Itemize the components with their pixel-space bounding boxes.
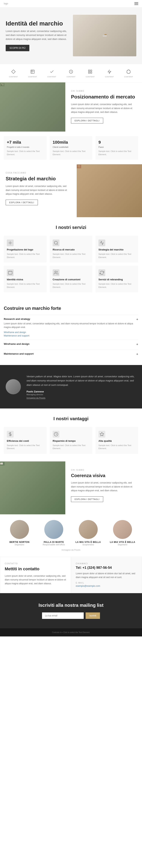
hamburger-button[interactable] xyxy=(135,2,138,5)
accordion-link-0-0[interactable]: Wireframe and design xyxy=(4,331,134,334)
svg-point-23 xyxy=(79,165,80,166)
svg-marker-36 xyxy=(100,432,104,436)
contact-email: esempio@esempio.com xyxy=(76,585,137,587)
testimonial-link[interactable]: Immagine da Pexels xyxy=(27,397,136,399)
community-icon xyxy=(53,269,59,276)
service-desc-5: Sample text. Click to select the Text El… xyxy=(98,282,135,289)
icon-item-1[interactable]: CONTENT xyxy=(28,69,37,78)
contact-title: Mettiti in contatto xyxy=(5,566,66,571)
newsletter-form: Iscriviti xyxy=(6,613,136,619)
team-role-1: Responsabile dell'ufficio xyxy=(43,544,65,546)
service-card-5: Servizi di rebranding Sample text. Click… xyxy=(95,266,138,292)
hero-cta-button[interactable]: SCOPRI DI PIÙ xyxy=(6,45,29,51)
svg-marker-8 xyxy=(11,70,15,73)
service-desc-3: Sample text. Click to select the Text El… xyxy=(7,282,44,289)
accordion-item-1[interactable]: Wireframe and design + xyxy=(4,340,138,349)
icon-item-4[interactable]: CONTENT xyxy=(86,69,95,78)
accordion-toggle-0[interactable]: + xyxy=(136,317,138,321)
coherence-image-placeholder xyxy=(0,461,4,466)
team-name-2: LA MIA VITA È BELLA xyxy=(76,541,101,544)
service-title-2: Strategia del marchio xyxy=(98,248,135,251)
svg-point-18 xyxy=(1,84,2,85)
svg-rect-13 xyxy=(88,70,90,71)
icon-label-4: CONTENT xyxy=(86,76,95,78)
hero-content: Identità del marchio Lorem ipsum dolor s… xyxy=(6,20,69,52)
accordion-item-0[interactable]: Research and strategy Lorem ipsum dolor … xyxy=(4,315,138,340)
benefit-title-0: Efficienza dei costi xyxy=(7,439,44,442)
accordion-content-0: Research and strategy Lorem ipsum dolor … xyxy=(4,317,134,337)
accordion-title-1: Wireframe and design xyxy=(4,342,134,345)
who-we-are-cta[interactable]: ESPLORA I DETTAGLI xyxy=(71,118,103,123)
benefit-desc-2: Sample text. Click to select the Text El… xyxy=(98,444,135,450)
contact-description: Lorem ipsum dolor sit amet, consectetur … xyxy=(5,574,66,586)
icon-item-2[interactable]: CONTENT xyxy=(47,69,56,78)
contact-email-tag: E-MAIL xyxy=(76,582,137,584)
service-card-1: Ricerca di mercato Sample text. Click to… xyxy=(50,236,92,262)
who-we-are-title: Posizionamento di mercato xyxy=(71,94,136,100)
svg-rect-14 xyxy=(90,70,92,71)
who-we-are-section: CHI SIAMO Posizionamento di mercato Lore… xyxy=(0,83,142,131)
grid-icon xyxy=(87,69,93,75)
what-we-do-cta[interactable]: ESPLORA I DETTAGLI xyxy=(6,199,38,205)
what-we-do-content: COSA FACCIAMO Strategia del marchio Lore… xyxy=(0,164,77,217)
build-brand-title: Costruire un marchio forte xyxy=(4,306,138,311)
team-role-0: Segretario xyxy=(15,544,24,546)
svg-rect-5 xyxy=(106,35,106,36)
svg-point-28 xyxy=(54,241,57,244)
newsletter-section: Iscriviti alla nostra mailing list Iscri… xyxy=(0,593,142,628)
icon-label-1: CONTENT xyxy=(28,76,37,78)
accordion-content-1: Wireframe and design xyxy=(4,342,134,347)
diamond-icon xyxy=(10,69,17,75)
accordion-toggle-1[interactable]: + xyxy=(136,342,138,346)
service-title-5: Servizi di rebranding xyxy=(98,278,135,281)
stat-desc-0: Sample text. Click to select the Text El… xyxy=(7,150,44,156)
coherence-image xyxy=(0,461,65,514)
contact-phone-tag: CHIAMACI xyxy=(76,562,137,565)
design-icon xyxy=(7,240,13,246)
services-title: I nostri servizi xyxy=(4,225,138,230)
icon-item-3[interactable]: CONTENT xyxy=(66,69,75,78)
icon-item-5[interactable]: CONTENT xyxy=(105,69,114,78)
testimonial-content: Veniam paltum sit amat. Magna dolor iure… xyxy=(27,374,136,399)
build-brand-section: Costruire un marchio forte Research and … xyxy=(0,300,142,365)
benefit-desc-1: Sample text. Click to select the Text El… xyxy=(53,444,89,450)
team-caption: Immagine da Pexels xyxy=(4,549,138,551)
coherence-cta[interactable]: ESPLORA I DETTAGLI xyxy=(71,496,103,502)
stat-label-2: Paesi xyxy=(98,146,135,148)
stat-label-1: Clienti soddisfatti xyxy=(53,146,89,148)
testimonial-section: Veniam paltum sit amat. Magna dolor iure… xyxy=(0,365,142,408)
team-member-2: LA MIA VITA È BELLA Scoprendosi xyxy=(73,520,104,546)
accordion-item-2[interactable]: Maintenance and support + xyxy=(4,349,138,359)
svg-rect-39 xyxy=(0,463,3,464)
newsletter-submit-button[interactable]: Iscriviti xyxy=(86,613,100,619)
accordion-title-2: Maintenance and support xyxy=(4,352,134,355)
who-we-are-image xyxy=(0,83,65,131)
svg-rect-24 xyxy=(79,166,80,168)
rebranding-icon xyxy=(98,269,105,276)
contact-left: CONTATTO Mettiti in contatto Lorem ipsum… xyxy=(0,557,71,593)
svg-rect-21 xyxy=(2,85,3,86)
svg-rect-30 xyxy=(8,271,12,274)
service-desc-0: Sample text. Click to select the Text El… xyxy=(7,252,44,259)
benefits-section: I nostri vantaggi Efficienza dei costi S… xyxy=(0,408,142,461)
what-we-do-section: COSA FACCIAMO Strategia del marchio Lore… xyxy=(0,164,142,217)
accordion-link-0-1[interactable]: Maintenance and support xyxy=(4,334,134,337)
team-name-3: LA MIA VITA È BELLA xyxy=(110,541,135,544)
header: logo xyxy=(0,0,142,7)
newsletter-email-input[interactable] xyxy=(42,613,84,619)
svg-rect-0 xyxy=(103,35,107,37)
benefit-title-1: Risparmio di tempo xyxy=(53,439,89,442)
accordion-toggle-2[interactable]: + xyxy=(136,352,138,356)
strategy-icon xyxy=(98,240,105,246)
lightning-icon xyxy=(106,69,112,75)
icon-item-6[interactable]: CONTENT xyxy=(124,69,133,78)
hero-description: Lorem ipsum dolor sit amet, consectetur … xyxy=(6,29,69,41)
coherence-tag: CHI SIAMO xyxy=(71,469,136,471)
stat-number-2: 9 xyxy=(98,140,135,145)
icon-item-0[interactable]: CONTENT xyxy=(9,69,18,78)
benefit-desc-0: Sample text. Click to select the Text El… xyxy=(7,444,44,450)
icon-label-3: CONTENT xyxy=(66,76,75,78)
stat-number-1: 100mila xyxy=(53,140,89,145)
team-photo-1 xyxy=(44,520,63,539)
svg-rect-1 xyxy=(103,35,103,36)
